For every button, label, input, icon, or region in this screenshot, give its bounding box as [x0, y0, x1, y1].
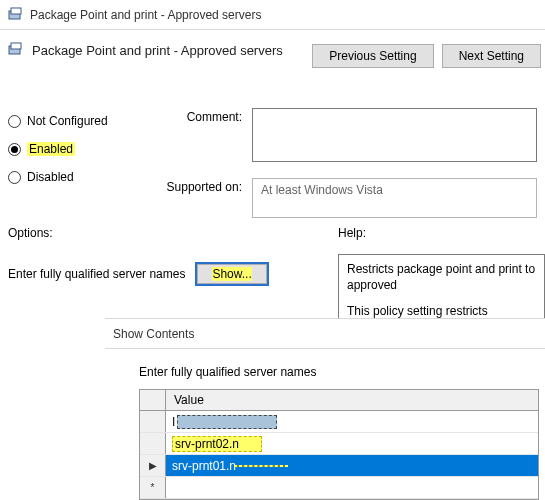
show-button[interactable]: Show... — [197, 264, 266, 284]
table-row[interactable]: ▶srv-prnt01.n — [140, 455, 538, 477]
help-paragraph: Restricts package point and print to app… — [347, 261, 536, 293]
table-row[interactable]: srv-prnt02.n — [140, 433, 538, 455]
radio-disabled[interactable]: Disabled — [8, 170, 148, 184]
row-value[interactable]: I — [166, 411, 538, 432]
row-marker: * — [140, 477, 166, 498]
radio-label: Enabled — [27, 142, 75, 156]
grid-header: Value — [140, 390, 538, 411]
window-title: Package Point and print - Approved serve… — [30, 8, 261, 22]
table-row[interactable]: I — [140, 411, 538, 433]
highlighted-overlay — [234, 465, 288, 467]
help-header: Help: — [338, 226, 537, 240]
table-row[interactable]: * — [140, 477, 538, 499]
svg-rect-3 — [11, 43, 21, 49]
highlighted-text: srv-prnt02.n — [172, 436, 262, 452]
row-marker — [140, 411, 166, 432]
option-field-label: Enter fully qualified server names — [8, 264, 185, 281]
comment-label: Comment: — [160, 108, 242, 124]
row-value[interactable]: srv-prnt01.n — [166, 455, 538, 476]
fields-area: Comment: Supported on: At least Windows … — [160, 108, 537, 222]
row-marker: ▶ — [140, 455, 166, 476]
options-help-headers: Options: Help: — [0, 222, 545, 246]
config-area: Not Configured Enabled Disabled Comment:… — [0, 98, 545, 222]
radio-label: Disabled — [27, 170, 74, 184]
dialog-title: Show Contents — [113, 327, 194, 341]
dialog-titlebar: Show Contents — [105, 319, 545, 349]
main-titlebar: Package Point and print - Approved serve… — [0, 0, 545, 30]
policy-icon — [8, 42, 24, 58]
radio-not-configured[interactable]: Not Configured — [8, 114, 148, 128]
next-setting-button[interactable]: Next Setting — [442, 44, 541, 68]
supported-on-value: At least Windows Vista — [252, 178, 537, 218]
row-marker — [140, 433, 166, 454]
redacted-text — [177, 415, 277, 429]
radio-icon — [8, 143, 21, 156]
row-value[interactable]: srv-prnt02.n — [166, 433, 538, 454]
radio-icon — [8, 115, 21, 128]
previous-setting-button[interactable]: Previous Setting — [312, 44, 433, 68]
options-header: Options: — [8, 226, 338, 240]
app-icon — [8, 7, 24, 23]
server-grid[interactable]: Value Isrv-prnt02.n▶srv-prnt01.n* — [139, 389, 539, 500]
radio-icon — [8, 171, 21, 184]
svg-rect-1 — [11, 8, 21, 14]
radio-label: Not Configured — [27, 114, 108, 128]
supported-on-label: Supported on: — [160, 178, 242, 194]
row-value[interactable] — [166, 477, 538, 498]
grid-column-value: Value — [166, 390, 538, 410]
radio-enabled[interactable]: Enabled — [8, 142, 148, 156]
show-contents-dialog: Show Contents Enter fully qualified serv… — [105, 318, 545, 500]
comment-input[interactable] — [252, 108, 537, 162]
state-radios: Not Configured Enabled Disabled — [8, 108, 148, 222]
nav-buttons: Previous Setting Next Setting — [312, 44, 545, 68]
dialog-field-label: Enter fully qualified server names — [139, 365, 523, 379]
